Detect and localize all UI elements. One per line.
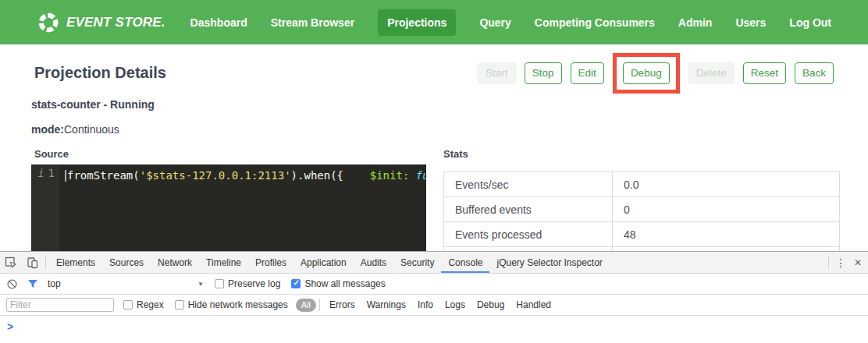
stop-button[interactable]: Stop	[525, 62, 562, 85]
code-seg-function: fu	[409, 169, 426, 182]
stat-key: Events/sec	[444, 172, 613, 197]
hide-network-label[interactable]: Hide network messages	[188, 299, 288, 310]
nav-item-query[interactable]: Query	[479, 16, 510, 29]
code-seg-init: $init:	[370, 169, 410, 182]
source-code-editor[interactable]: i 1 fromStream('$stats-127.0.0.1:2113').…	[31, 164, 426, 251]
code-line: fromStream('$stats-127.0.0.1:2113').when…	[59, 164, 426, 251]
divider	[45, 256, 46, 269]
action-button-row: Start Stop Edit Debug Delete Reset Back	[478, 55, 834, 92]
table-row: Events/sec 0.0	[444, 172, 840, 197]
text-cursor	[65, 170, 66, 182]
nav-item-competing-consumers[interactable]: Competing Consumers	[535, 16, 655, 29]
tab-security[interactable]: Security	[393, 252, 441, 273]
page-title: Projection Details	[34, 64, 166, 82]
mode-label: mode:	[31, 123, 64, 136]
tab-profiles[interactable]: Profiles	[248, 252, 293, 273]
main-nav: Dashboard Stream Browser Projections Que…	[190, 9, 831, 36]
tab-network[interactable]: Network	[151, 252, 199, 273]
divider	[828, 256, 829, 269]
filter-level-handled[interactable]: Handled	[516, 299, 551, 310]
code-seg-plain2: ).when({	[291, 169, 370, 182]
tab-timeline[interactable]: Timeline	[199, 252, 248, 273]
console-prompt-chevron[interactable]: >	[7, 320, 13, 333]
gutter-info-icon: i	[37, 167, 44, 251]
eventstore-ring-icon	[37, 12, 59, 34]
console-toolbar: top ▼ Preserve log Show all messages	[0, 274, 868, 295]
tab-elements[interactable]: Elements	[49, 252, 102, 273]
device-toolbar-icon[interactable]	[21, 252, 42, 273]
stats-table-wrap: Events/sec 0.0 Buffered events 0 Events …	[443, 172, 840, 251]
reset-button[interactable]: Reset	[743, 62, 786, 85]
back-button[interactable]: Back	[795, 62, 834, 85]
brand-title: EVENT STORE.	[66, 15, 165, 30]
stat-key: Events processed	[444, 222, 613, 247]
devtools-panel: Elements Sources Network Timeline Profil…	[0, 251, 868, 343]
projection-mode: mode:Continuous	[31, 123, 119, 136]
code-seg-plain1: fromStream(	[67, 169, 140, 182]
console-input-area[interactable]: >	[0, 316, 868, 343]
tab-sources[interactable]: Sources	[102, 252, 151, 273]
preserve-log-checkbox[interactable]	[215, 279, 224, 288]
editor-gutter: i 1	[31, 164, 59, 251]
navbar: EVENT STORE. Dashboard Stream Browser Pr…	[0, 0, 868, 44]
line-number: 1	[48, 167, 55, 251]
inspect-element-icon[interactable]	[0, 252, 21, 273]
stat-value: 0	[613, 197, 840, 222]
filter-level-warnings[interactable]: Warnings	[367, 299, 406, 310]
tab-audits[interactable]: Audits	[354, 252, 393, 273]
debug-button[interactable]: Debug	[623, 62, 670, 85]
tab-application[interactable]: Application	[293, 252, 354, 273]
more-menu-icon[interactable]: ⋮	[832, 252, 849, 273]
stats-table: Events/sec 0.0 Buffered events 0 Events …	[443, 172, 840, 251]
filter-level-info[interactable]: Info	[418, 299, 433, 310]
stat-value: 48	[613, 222, 840, 247]
filter-level-errors[interactable]: Errors	[329, 299, 355, 310]
nav-item-users[interactable]: Users	[735, 16, 766, 29]
table-row: Buffered events 0	[444, 197, 840, 222]
stat-value: 0.0	[613, 172, 840, 197]
code-seg-string: '$stats-127.0.0.1:2113'	[140, 169, 291, 182]
screen: EVENT STORE. Dashboard Stream Browser Pr…	[0, 0, 868, 343]
filter-level-all-badge[interactable]: All	[296, 299, 316, 312]
filter-level-debug[interactable]: Debug	[477, 299, 504, 310]
mode-value: Continuous	[64, 123, 119, 136]
console-filterbar: Regex Hide network messages All Errors W…	[0, 295, 868, 316]
regex-label[interactable]: Regex	[137, 299, 164, 310]
preserve-log-label[interactable]: Preserve log	[228, 278, 280, 289]
stats-section-label: Stats	[443, 148, 468, 160]
filter-input[interactable]	[6, 298, 114, 312]
delete-button[interactable]: Delete	[688, 62, 735, 85]
hide-network-checkbox[interactable]	[175, 300, 184, 309]
nav-item-logout[interactable]: Log Out	[789, 16, 831, 29]
chevron-down-icon: ▼	[197, 281, 204, 288]
source-section-label: Source	[34, 148, 69, 160]
devtools-tabbar: Elements Sources Network Timeline Profil…	[0, 252, 868, 274]
close-devtools-icon[interactable]: ✕	[849, 252, 866, 273]
regex-checkbox[interactable]	[123, 300, 133, 309]
show-all-messages-label[interactable]: Show all messages	[304, 278, 385, 289]
debug-highlight-annotation: Debug	[613, 53, 680, 94]
projection-status: stats-counter - Running	[31, 98, 155, 111]
execution-context-selector[interactable]: top ▼	[48, 278, 204, 289]
edit-button[interactable]: Edit	[571, 62, 604, 85]
nav-item-projections[interactable]: Projections	[378, 9, 456, 36]
filter-levels: Errors Warnings Info Logs Debug Handled	[329, 299, 551, 310]
nav-item-admin[interactable]: Admin	[678, 16, 713, 29]
table-row: Events processed 48	[444, 222, 840, 247]
start-button[interactable]: Start	[478, 62, 516, 85]
devtools-tabbar-right: ⋮ ✕	[825, 252, 868, 273]
nav-item-stream-browser[interactable]: Stream Browser	[271, 16, 354, 29]
nav-item-dashboard[interactable]: Dashboard	[190, 16, 247, 29]
filter-level-logs[interactable]: Logs	[445, 299, 465, 310]
tab-console[interactable]: Console	[441, 252, 489, 273]
tab-jquery-selector-inspector[interactable]: jQuery Selector Inspector	[489, 252, 609, 273]
brand-logo[interactable]: EVENT STORE.	[37, 12, 165, 34]
show-all-messages-checkbox[interactable]	[291, 279, 301, 288]
context-value: top	[48, 278, 61, 289]
stat-key: Buffered events	[444, 197, 613, 222]
clear-console-icon[interactable]	[6, 278, 18, 290]
divider	[319, 299, 320, 311]
filter-funnel-icon[interactable]	[27, 278, 38, 289]
